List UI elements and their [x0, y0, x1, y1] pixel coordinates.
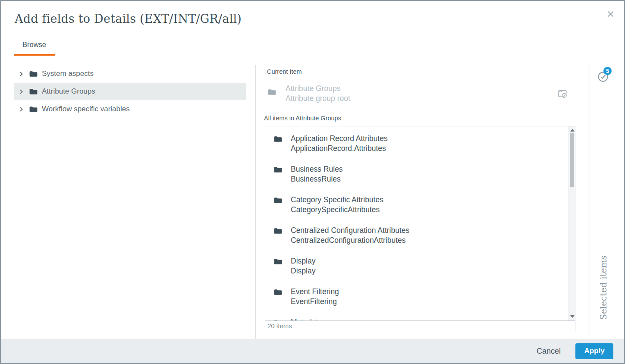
list-item-subtitle: BusinessRules [291, 174, 343, 184]
selected-items-toggle[interactable]: 5 [597, 67, 615, 82]
current-item-heading: Current Item [267, 68, 302, 75]
tree-item-label: System aspects [42, 69, 94, 78]
list-item-title: Centralized Configuration Attributes [291, 226, 409, 235]
tree-item[interactable]: Attribute Groups [14, 83, 246, 100]
list-item[interactable]: Application Record Attributes Applicatio… [274, 134, 568, 164]
list-item[interactable]: Centralized Configuration Attributes Cen… [274, 226, 568, 256]
list-item[interactable]: Display Display [274, 256, 568, 287]
cancel-button[interactable]: Cancel [534, 346, 563, 356]
list-item[interactable]: Event Filtering EventFiltering [274, 287, 568, 317]
window-slash-icon [558, 89, 568, 99]
list-item-title: Business Rules [291, 164, 343, 174]
tree-item-label: Workflow specific variables [42, 105, 130, 113]
list-item-subtitle: ApplicationRecord.Attributes [291, 144, 388, 154]
list-item-title: Application Record Attributes [291, 134, 388, 144]
tree-item[interactable]: System aspects [14, 65, 246, 82]
items-listbox: Application Record Attributes Applicatio… [265, 126, 575, 321]
close-icon [607, 11, 614, 17]
not-selectable-button[interactable] [558, 89, 568, 99]
folder-icon [274, 228, 282, 256]
selected-items-label: Selected items [598, 253, 609, 322]
chevron-right-icon[interactable] [16, 107, 27, 112]
chevron-right-icon[interactable] [16, 89, 27, 94]
list-item-title: Category Specific Attributes [291, 195, 383, 205]
list-item[interactable]: Business Rules BusinessRules [274, 164, 568, 195]
scrollbar[interactable] [568, 126, 575, 320]
panel-divider-left [255, 65, 256, 341]
chevron-right-icon[interactable] [16, 72, 27, 76]
tree-item[interactable]: Workflow specific variables [14, 100, 246, 118]
list-item[interactable]: Category Specific Attributes CategorySpe… [274, 195, 568, 226]
list-heading: All items in Attribute Groups [264, 115, 341, 122]
scroll-down-arrow[interactable] [570, 315, 575, 318]
tab-browse[interactable]: Browse [14, 33, 55, 55]
selected-count-badge: 5 [603, 67, 612, 75]
folder-icon [29, 88, 38, 95]
close-button[interactable] [605, 9, 616, 19]
folder-icon [274, 136, 282, 164]
folder-icon [29, 106, 38, 113]
tab-bar: Browse [14, 33, 613, 55]
folder-icon [274, 289, 282, 317]
current-item: Attribute Groups Attribute group root [268, 84, 350, 104]
list-item-subtitle: Display [291, 266, 315, 276]
folder-icon [268, 89, 276, 104]
dialog-title: Add fields to Details (EXT/INT/GR/all) [15, 12, 242, 25]
dialog-footer: Cancel Apply [1, 339, 624, 363]
items-list: Application Record Attributes Applicatio… [265, 126, 568, 320]
scroll-up-arrow[interactable] [570, 129, 575, 132]
current-item-subtitle: Attribute group root [286, 94, 350, 104]
list-item[interactable]: Metadata [274, 317, 568, 320]
item-count: 20 items [265, 322, 292, 329]
add-fields-dialog: Add fields to Details (EXT/INT/GR/all) B… [0, 0, 625, 364]
panel-divider-right [590, 65, 590, 341]
apply-button[interactable]: Apply [575, 343, 613, 359]
tree-panel: System aspects Attribute Groups [14, 65, 246, 118]
list-item-title: Metadata [291, 317, 322, 320]
folder-icon [274, 166, 282, 195]
folder-icon [29, 71, 38, 77]
list-footer: 20 items [265, 320, 575, 331]
list-item-title: Display [291, 256, 315, 266]
scrollbar-thumb[interactable] [570, 133, 574, 187]
folder-icon [274, 258, 282, 287]
tree-item-label: Attribute Groups [42, 87, 95, 96]
tab-browse-label: Browse [22, 41, 46, 49]
list-item-subtitle: EventFiltering [291, 297, 339, 307]
list-item-subtitle: CategorySpecificAttributes [291, 205, 383, 215]
folder-icon [274, 197, 282, 226]
list-item-subtitle: CentralizedConfigurationAttributes [291, 235, 409, 245]
list-item-title: Event Filtering [291, 287, 339, 297]
current-item-title: Attribute Groups [286, 84, 350, 94]
